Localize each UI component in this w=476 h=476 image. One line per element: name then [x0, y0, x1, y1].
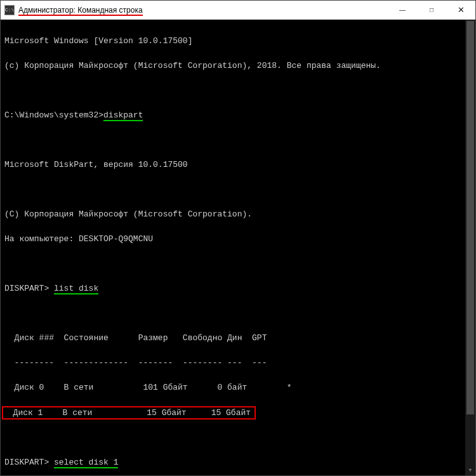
cmd-list-disk: list disk [54, 284, 98, 294]
table-row: Диск 0 В сети 101 Gбайт 0 байт * [4, 381, 474, 394]
blank-line [4, 84, 474, 97]
redbox-disk1: Диск 1 В сети 15 Gбайт 15 Gбайт [2, 406, 256, 420]
titlebar[interactable]: C:\ Администратор: Командная строка — □ … [1, 1, 475, 20]
terminal-output[interactable]: Microsoft Windows [Version 10.0.17500] (… [1, 20, 475, 475]
cmd-icon: C:\ [4, 5, 15, 15]
blank-line [4, 432, 474, 444]
window-title: Администратор: Командная строка [18, 6, 143, 15]
prompt-line: C:\Windows\system32>diskpart [4, 109, 474, 122]
close-button[interactable]: ✕ [446, 1, 475, 20]
scrollbar-thumb[interactable] [466, 21, 474, 414]
text-line: (c) Корпорация Майкрософт (Microsoft Cor… [4, 60, 474, 72]
prompt-line: DISKPART> list disk [4, 282, 474, 295]
blank-line [4, 183, 474, 196]
dp-prompt: DISKPART> [4, 458, 54, 467]
table-header: Диск ### Состояние Размер Свободно Дин G… [4, 332, 474, 345]
table-row-highlighted: Диск 1 В сети 15 Gбайт 15 Gбайт [4, 406, 474, 420]
maximize-button[interactable]: □ [417, 1, 446, 20]
prompt-line: DISKPART> select disk 1 [4, 456, 474, 469]
text-line: (C) Корпорация Майкрософт (Microsoft Cor… [4, 208, 474, 221]
text-line: На компьютере: DESKTOP-Q9QMCNU [4, 233, 474, 246]
prompt-path: C:\Windows\system32> [4, 110, 103, 120]
dp-prompt: DISKPART> [4, 284, 54, 293]
scroll-down-icon[interactable]: ▼ [465, 465, 475, 475]
blank-line [4, 258, 474, 270]
cmd-select-disk: select disk 1 [54, 458, 118, 468]
text-line: Microsoft DiskPart, версия 10.0.17500 [4, 159, 474, 171]
command-prompt-window: C:\ Администратор: Командная строка — □ … [0, 0, 476, 476]
blank-line [4, 307, 474, 320]
table-sep: -------- ------------- ------- -------- … [4, 357, 474, 369]
cmd-diskpart: diskpart [103, 110, 143, 121]
minimize-button[interactable]: — [388, 1, 417, 20]
text-line: Microsoft Windows [Version 10.0.17500] [4, 35, 474, 48]
blank-line [4, 134, 474, 147]
vertical-scrollbar[interactable]: ▲ ▼ [465, 20, 475, 475]
